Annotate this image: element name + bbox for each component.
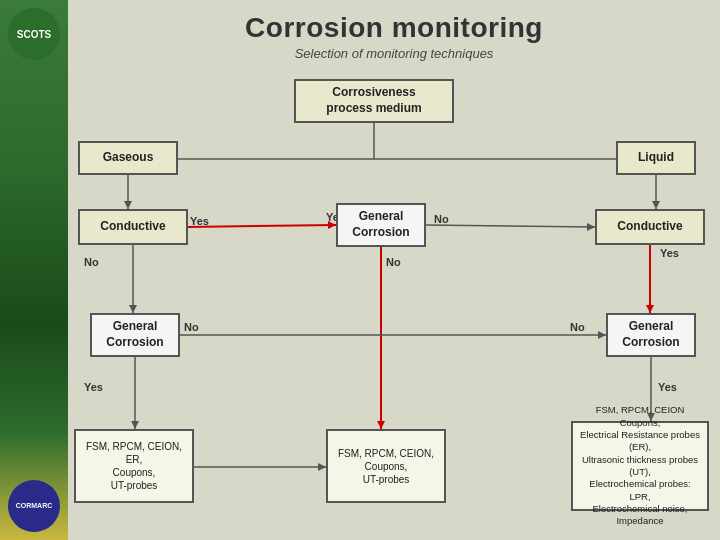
label-yes-conductive-right: Yes [660, 247, 679, 259]
svg-marker-16 [646, 305, 654, 313]
label-no-gc-right: No [570, 321, 585, 333]
main-content: Corrosion monitoring Selection of monito… [68, 0, 720, 540]
label-yes-conductive-left: Yes [190, 215, 209, 227]
svg-marker-8 [124, 201, 132, 209]
box-bottom-center: FSM, RPCM, CEION, Coupons, UT-probes [326, 429, 446, 503]
svg-marker-20 [377, 421, 385, 429]
box-conductive-right: Conductive [595, 209, 705, 245]
svg-marker-22 [131, 421, 139, 429]
box-gaseous: Gaseous [78, 141, 178, 175]
logo-top: SCOTS [8, 8, 60, 60]
page-title: Corrosion monitoring [68, 0, 720, 44]
svg-line-9 [188, 225, 336, 227]
svg-marker-24 [598, 331, 606, 339]
svg-marker-28 [318, 463, 326, 471]
left-stripe [0, 0, 68, 540]
box-conductive-left: Conductive [78, 209, 188, 245]
svg-marker-14 [587, 223, 595, 231]
box-liquid: Liquid [616, 141, 696, 175]
label-yes-gc-left-down: Yes [84, 381, 103, 393]
box-general-corrosion-right: General Corrosion [606, 313, 696, 357]
svg-line-13 [426, 225, 595, 227]
svg-marker-12 [652, 201, 660, 209]
box-top-center: Corrosiveness process medium [294, 79, 454, 123]
label-no-gc-center-down: No [386, 256, 401, 268]
label-no-gc-left-right: No [184, 321, 199, 333]
label-no-conductive-right: No [434, 213, 449, 225]
label-no-left-down: No [84, 256, 99, 268]
box-general-corrosion-center: General Corrosion [336, 203, 426, 247]
diagram-area: Yes Yes No Yes No No No Yes No Yes Corro… [68, 71, 720, 531]
box-bottom-right: FSM, RPCM, CEION Coupons, Electrical Res… [571, 421, 709, 511]
box-bottom-left: FSM, RPCM, CEION, ER, Coupons, UT-probes [74, 429, 194, 503]
svg-marker-18 [129, 305, 137, 313]
logo-bottom: CORMARC [8, 480, 60, 532]
box-general-corrosion-left: General Corrosion [90, 313, 180, 357]
label-yes-gc-right-down: Yes [658, 381, 677, 393]
page-subtitle: Selection of monitoring techniques [68, 46, 720, 61]
